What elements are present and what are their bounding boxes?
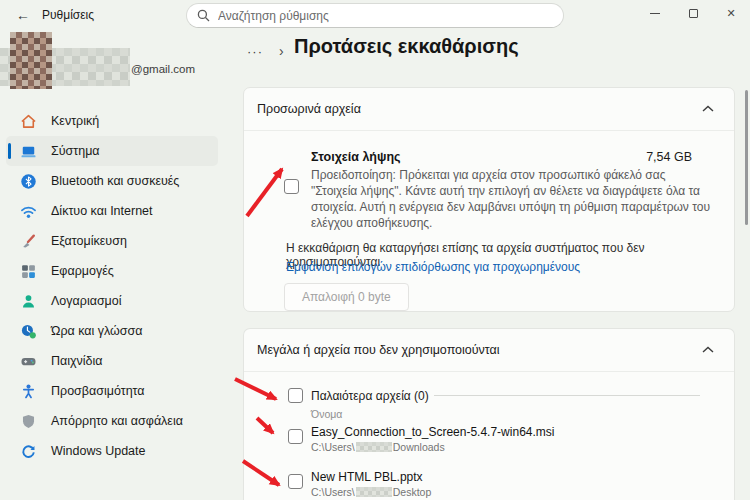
file-path-suffix: Downloads — [393, 441, 445, 453]
sidebar-item-label: Προσβασιμότητα — [51, 384, 145, 398]
clear-button[interactable]: Απαλοιφή 0 byte — [284, 283, 409, 311]
downloads-checkbox[interactable] — [284, 179, 299, 194]
sidebar-item-windows-update[interactable]: Windows Update — [6, 436, 218, 466]
file-path-suffix: Desktop — [393, 486, 432, 498]
breadcrumb-separator: › — [279, 43, 284, 59]
file-name: New HTML PBL.pptx — [311, 470, 423, 484]
sidebar-item-time-language[interactable]: Ώρα και γλώσσα — [6, 316, 218, 346]
sidebar-item-label: Σύστημα — [51, 144, 100, 158]
card-header-label: Προσωρινά αρχεία — [257, 102, 361, 116]
sidebar-item-label: Bluetooth και συσκευές — [51, 174, 179, 188]
username-redacted — [356, 487, 392, 497]
sidebar-item-label: Λογαριασμοί — [51, 294, 122, 308]
file-name: Easy_Connection_to_Screen-5.4.7-win64.ms… — [311, 425, 554, 439]
privacy-icon — [20, 413, 37, 430]
file-path-prefix: C:\Users\ — [311, 486, 355, 498]
sidebar-item-gaming[interactable]: Παιχνίδια — [6, 346, 218, 376]
maximize-icon — [689, 9, 698, 18]
file-path-prefix: C:\Users\ — [311, 441, 355, 453]
sidebar-item-label: Κεντρική — [51, 114, 99, 128]
group-divider — [434, 395, 700, 396]
sidebar-item-privacy[interactable]: Απόρρητο και ασφάλεια — [6, 406, 218, 436]
name-column-label: Όνομα — [311, 408, 342, 420]
settings-window: { "window": { "app_title": "Ρυθμίσεις", … — [0, 0, 750, 500]
personalization-icon — [20, 233, 37, 250]
sidebar-item-network[interactable]: Δίκτυο και Internet — [6, 196, 218, 226]
page-title: Προτάσεις εκκαθάρισης — [294, 35, 519, 58]
breadcrumb-more-button[interactable]: ··· — [247, 44, 263, 59]
sidebar-item-label: Εφαρμογές — [51, 264, 114, 278]
sidebar-item-apps[interactable]: Εφαρμογές — [6, 256, 218, 286]
sidebar-item-system[interactable]: Σύστημα — [6, 136, 218, 166]
card-header-label: Μεγάλα ή αρχεία που δεν χρησιμοποιούνται — [257, 343, 500, 357]
sidebar-item-bluetooth[interactable]: Bluetooth και συσκευές — [6, 166, 218, 196]
file-path: C:\Users\Downloads — [311, 441, 445, 453]
older-files-group-label: Παλαιότερα αρχεία (0) — [311, 389, 429, 403]
chevron-up-icon[interactable] — [702, 105, 714, 113]
maximize-button[interactable] — [674, 0, 712, 26]
temporary-files-expander[interactable]: Προσωρινά αρχεία — [244, 88, 734, 131]
windows-update-icon — [20, 443, 37, 460]
sidebar-item-home[interactable]: Κεντρική — [6, 106, 218, 136]
chevron-up-icon[interactable] — [702, 346, 714, 354]
search-input[interactable] — [218, 9, 553, 23]
sidebar-item-label: Δίκτυο και Internet — [51, 204, 153, 218]
app-title: Ρυθμίσεις — [42, 8, 94, 22]
file-checkbox[interactable] — [288, 429, 303, 444]
temporary-files-card: Προσωρινά αρχεία Στοιχεία λήψης 7,54 GB … — [243, 87, 735, 312]
sidebar-item-accessibility[interactable]: Προσβασιμότητα — [6, 376, 218, 406]
accessibility-icon — [20, 383, 37, 400]
item-size: 7,54 GB — [646, 150, 692, 164]
sidebar-item-label: Windows Update — [51, 444, 146, 458]
close-button[interactable]: ✕ — [712, 0, 750, 26]
bluetooth-icon — [20, 173, 37, 190]
sidebar-item-label: Απόρρητο και ασφάλεια — [51, 414, 183, 428]
file-path: C:\Users\Desktop — [311, 486, 431, 498]
search-box[interactable] — [186, 3, 564, 28]
file-checkbox[interactable] — [288, 474, 303, 489]
minimize-icon — [650, 13, 660, 14]
large-files-expander[interactable]: Μεγάλα ή αρχεία που δεν χρησιμοποιούνται — [244, 329, 734, 372]
large-files-card: Μεγάλα ή αρχεία που δεν χρησιμοποιούνται… — [243, 328, 735, 500]
network-icon — [20, 203, 37, 220]
older-files-checkbox[interactable] — [288, 388, 303, 403]
item-description: Προειδοποίηση: Πρόκειται για αρχεία στον… — [311, 167, 713, 231]
search-icon — [197, 9, 210, 22]
back-icon[interactable]: ← — [12, 5, 34, 25]
sidebar: Κεντρική Σύστημα Bluetooth και συσκευές … — [6, 106, 218, 466]
account-email: @gmail.com — [131, 63, 195, 75]
gaming-icon — [20, 353, 37, 370]
window-controls: ✕ — [636, 0, 750, 26]
close-icon: ✕ — [726, 7, 735, 20]
avatar — [10, 32, 52, 89]
advanced-options-link[interactable]: Εμφάνιση επιλογών επιδιόρθωσης για προχω… — [286, 260, 580, 274]
sidebar-item-label: Ώρα και γλώσσα — [51, 324, 143, 338]
system-icon — [20, 143, 37, 160]
home-icon — [20, 113, 37, 130]
apps-icon — [20, 263, 37, 280]
sidebar-item-accounts[interactable]: Λογαριασμοί — [6, 286, 218, 316]
item-title: Στοιχεία λήψης — [311, 150, 401, 164]
scrollbar-thumb[interactable] — [745, 90, 748, 225]
username-redacted — [356, 442, 392, 452]
sidebar-item-personalization[interactable]: Εξατομίκευση — [6, 226, 218, 256]
minimize-button[interactable] — [636, 0, 674, 26]
time-language-icon — [20, 323, 37, 340]
accounts-icon — [20, 293, 37, 310]
sidebar-item-label: Παιχνίδια — [51, 354, 103, 368]
sidebar-item-label: Εξατομίκευση — [51, 234, 127, 248]
